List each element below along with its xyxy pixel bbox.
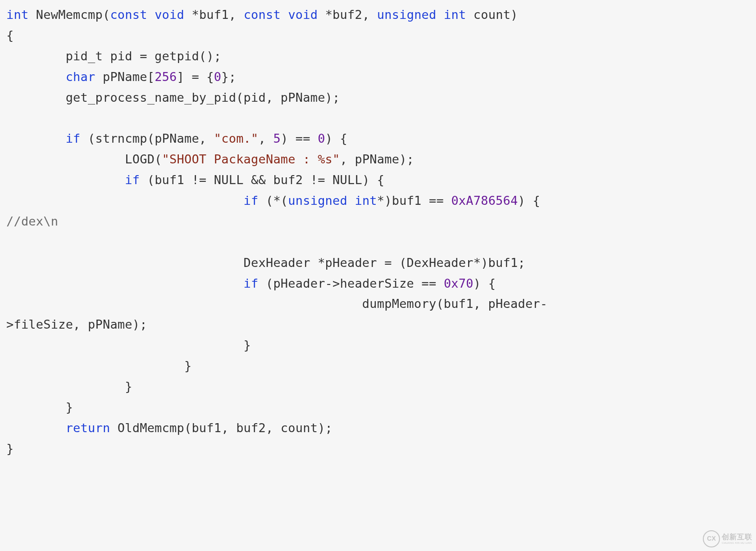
kw-int: int	[444, 8, 466, 22]
code-line-19: }	[6, 379, 132, 393]
code-line-16: >fileSize, pPName);	[6, 317, 147, 331]
watermark-zh: 创新互联	[722, 533, 752, 541]
kw-if: if	[125, 173, 140, 187]
kw-return: return	[66, 421, 110, 435]
kw-const: const	[110, 8, 147, 22]
code-block: int NewMemcmp(const void *buf1, const vo…	[0, 0, 756, 464]
code-line-17: }	[6, 338, 251, 352]
string-literal: "SHOOT PackageName : %s"	[162, 152, 340, 166]
code-line-4: char pPName[256] = {0};	[6, 70, 236, 84]
code-line-7: if (strncmp(pPName, "com.", 5) == 0) {	[6, 131, 347, 145]
watermark: CX 创新互联 CHUANG XIN HU LIAN	[703, 530, 752, 547]
code-line-11: //dex\n	[6, 214, 58, 228]
kw-if: if	[244, 276, 259, 290]
code-line-1: int NewMemcmp(const void *buf1, const vo…	[6, 8, 518, 22]
kw-unsigned: unsigned	[288, 194, 347, 208]
code-line-10: if (*(unsigned int*)buf1 == 0xA786564) {	[6, 194, 555, 208]
code-line-13: DexHeader *pHeader = (DexHeader*)buf1;	[6, 256, 525, 270]
code-line-15: dumpMemory(buf1, pHeader-	[6, 297, 547, 311]
num-0: 0	[318, 131, 325, 145]
kw-unsigned: unsigned	[377, 8, 437, 22]
kw-void: void	[155, 8, 184, 22]
hex-literal: 0x70	[444, 276, 474, 290]
code-line-5: get_process_name_by_pid(pid, pPName);	[6, 90, 340, 104]
watermark-pinyin: CHUANG XIN HU LIAN	[722, 542, 752, 544]
code-line-14: if (pHeader->headerSize == 0x70) {	[6, 276, 496, 290]
code-line-20: }	[6, 400, 73, 414]
code-line-2: {	[6, 28, 14, 42]
kw-void: void	[288, 8, 318, 22]
kw-int: int	[355, 194, 377, 208]
code-line-3: pid_t pid = getpid();	[6, 49, 221, 63]
code-line-22: }	[6, 442, 14, 456]
kw-char: char	[66, 70, 96, 84]
num-256: 256	[155, 70, 177, 84]
kw-int: int	[6, 8, 28, 22]
kw-if: if	[66, 131, 81, 145]
watermark-text: 创新互联 CHUANG XIN HU LIAN	[722, 533, 752, 544]
code-line-18: }	[6, 359, 191, 373]
code-line-21: return OldMemcmp(buf1, buf2, count);	[6, 421, 332, 435]
num-5: 5	[273, 131, 280, 145]
kw-if: if	[244, 194, 259, 208]
num-0: 0	[214, 70, 221, 84]
hex-literal: 0xA786564	[451, 194, 518, 208]
kw-const: const	[244, 8, 281, 22]
code-line-9: if (buf1 != NULL && buf2 != NULL) {	[6, 173, 384, 187]
watermark-badge-icon: CX	[703, 530, 720, 547]
string-literal: "com."	[214, 131, 259, 145]
code-line-8: LOGD("SHOOT PackageName : %s", pPName);	[6, 152, 414, 166]
